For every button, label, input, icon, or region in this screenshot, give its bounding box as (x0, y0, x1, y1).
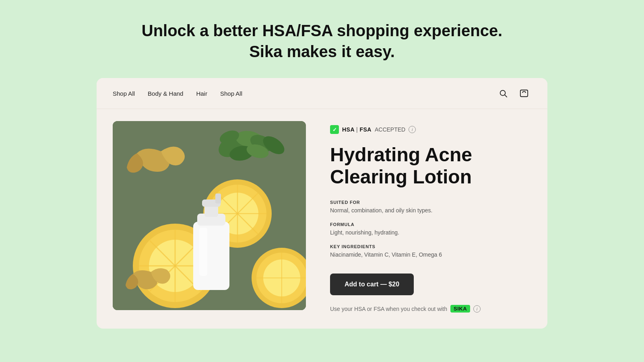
nav-hair[interactable]: Hair (196, 90, 207, 97)
svg-line-1 (505, 95, 507, 97)
product-illustration (113, 121, 306, 310)
spec-suited-for-label: SUITED FOR (330, 200, 531, 205)
spec-key-ingredients: KEY INGREDIENTS Niacinamide, Vitamin C, … (330, 244, 531, 259)
nav-shop-all-2[interactable]: Shop All (220, 90, 242, 97)
hsa-check-icon: ✓ (330, 125, 339, 134)
nav-links: Shop All Body & Hand Hair Shop All (113, 90, 496, 97)
page-wrapper: Unlock a better HSA/FSA shopping experie… (0, 0, 644, 362)
hsa-label: HSA (342, 126, 355, 133)
hsa-badge: ✓ HSA | FSA ACCEPTED i (330, 125, 531, 134)
nav-shop-all-1[interactable]: Shop All (113, 90, 135, 97)
product-image-bg (113, 121, 306, 310)
product-details: ✓ HSA | FSA ACCEPTED i Hydrating Acne Cl… (330, 121, 531, 313)
product-image-container (113, 121, 306, 310)
search-icon (499, 89, 508, 98)
hero-title-line2: Sika makes it easy. (249, 43, 395, 60)
hsa-accepted-text: ACCEPTED (375, 126, 405, 133)
spec-formula-value: Light, nourishing, hydrating. (330, 228, 531, 237)
sika-badge: SIKA (450, 305, 470, 313)
svg-rect-30 (193, 222, 229, 290)
nav-actions (496, 86, 531, 101)
spec-key-ingredients-value: Niacinamide, Vitamin C, Vitamin E, Omega… (330, 251, 531, 259)
svg-rect-2 (520, 90, 528, 97)
search-button[interactable] (496, 86, 510, 101)
hsa-fsa-label: HSA | FSA (342, 126, 372, 133)
checkout-note-text: Use your HSA or FSA when you check out w… (330, 306, 447, 312)
spec-suited-for-value: Normal, combination, and oily skin types… (330, 206, 531, 215)
checkout-note: Use your HSA or FSA when you check out w… (330, 305, 531, 313)
svg-rect-35 (199, 228, 207, 276)
cart-button[interactable] (517, 86, 531, 101)
svg-rect-32 (204, 206, 218, 217)
hsa-info-icon[interactable]: i (409, 126, 416, 133)
product-title: Hydrating Acne Clearing Lotion (330, 144, 531, 188)
cart-icon (520, 89, 528, 98)
add-to-cart-button[interactable]: Add to cart — $20 (330, 274, 414, 295)
product-section: ✓ HSA | FSA ACCEPTED i Hydrating Acne Cl… (97, 109, 547, 329)
hero-banner: Unlock a better HSA/FSA shopping experie… (0, 0, 644, 78)
spec-formula: FORMULA Light, nourishing, hydrating. (330, 222, 531, 237)
navbar: Shop All Body & Hand Hair Shop All (97, 78, 547, 109)
nav-body-hand[interactable]: Body & Hand (148, 90, 183, 97)
hero-title-line1: Unlock a better HSA/FSA shopping experie… (142, 22, 502, 39)
product-specs: SUITED FOR Normal, combination, and oily… (330, 200, 531, 259)
svg-rect-34 (215, 193, 221, 204)
hero-title: Unlock a better HSA/FSA shopping experie… (8, 20, 636, 62)
fsa-label: FSA (359, 126, 372, 133)
spec-key-ingredients-label: KEY INGREDIENTS (330, 244, 531, 249)
checkout-info-icon[interactable]: i (473, 305, 481, 313)
main-card: Shop All Body & Hand Hair Shop All (97, 78, 547, 329)
spec-formula-label: FORMULA (330, 222, 531, 227)
spec-suited-for: SUITED FOR Normal, combination, and oily… (330, 200, 531, 215)
